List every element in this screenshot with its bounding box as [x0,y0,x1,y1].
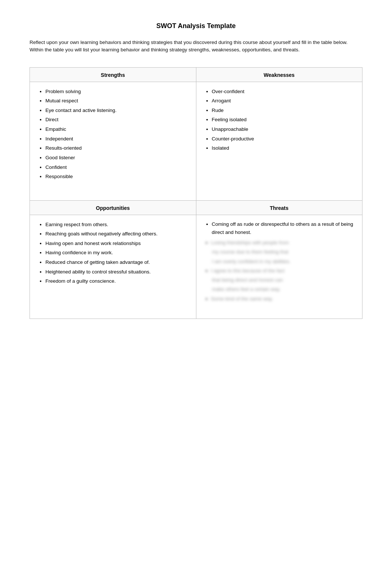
list-item: Empathic [45,125,189,134]
list-item: Earning respect from others. [45,220,189,229]
list-item: Arrogant [212,96,355,105]
list-item: Independent [45,135,189,143]
list-item: Problem solving [45,87,189,96]
list-item: Heightened ability to control stressful … [45,268,189,276]
threats-cell: Threats Coming off as rude or disrespect… [196,200,362,319]
swot-table: Strengths Problem solving Mutual respect… [30,67,362,319]
list-item: Responsible [45,172,189,181]
strengths-list: Problem solving Mutual respect Eye conta… [39,87,189,181]
list-item: Rude [212,106,355,115]
opportunities-list: Earning respect from others. Reaching go… [39,220,189,286]
list-item: Over-confident [212,87,355,96]
blurred-line: make others feel a certain way. [205,285,355,293]
list-item: Isolated [212,144,355,153]
weaknesses-cell: Weaknesses Over-confident Arrogant Rude … [196,67,362,200]
blurred-line: that being direct and honest can [205,276,355,284]
blurred-line: my course due to them feeling that [205,248,355,256]
threats-visible-item: Coming off as rude or disrespectful to o… [212,220,355,237]
list-item: Good listener [45,153,189,162]
list-item: Freedom of a guilty conscience. [45,277,189,286]
weaknesses-header: Weaknesses [196,68,362,82]
opportunities-header: Opportunities [30,201,196,215]
list-item: Counter-productive [212,135,355,143]
blurred-line: ● Some kind of the same way. [205,295,355,303]
opportunities-cell: Opportunities Earning respect from other… [30,200,196,319]
opportunities-content: Earning respect from others. Reaching go… [30,215,196,319]
threats-header: Threats [196,201,362,215]
strengths-content: Problem solving Mutual respect Eye conta… [30,82,196,200]
list-item: Confident [45,163,189,172]
blurred-line: I am overly confident in my abilities. [205,258,355,266]
threats-list: Coming off as rude or disrespectful to o… [205,220,355,237]
page-title: SWOT Analysis Template [30,22,362,30]
list-item: Unapproachable [212,125,355,134]
strengths-cell: Strengths Problem solving Mutual respect… [30,67,196,200]
strengths-header: Strengths [30,68,196,82]
list-item: Mutual respect [45,96,189,105]
list-item: Having confidence in my work. [45,248,189,257]
list-item: Reduced chance of getting taken advantag… [45,258,189,267]
list-item: Reaching goals without negatively affect… [45,229,189,238]
list-item: Feeling isolated [212,115,355,124]
blurred-line: ● Losing friendships with people from [205,239,355,247]
threats-blurred-block: ● Losing friendships with people from my… [205,239,355,303]
weaknesses-list: Over-confident Arrogant Rude Feeling iso… [205,87,355,153]
weaknesses-content: Over-confident Arrogant Rude Feeling iso… [196,82,362,200]
list-item: Direct [45,115,189,124]
list-item: Eye contact and active listening. [45,106,189,115]
threats-content: Coming off as rude or disrespectful to o… [196,215,362,319]
list-item: Results-oriented [45,144,189,153]
blurred-line: ● I agree to this because of the fact [205,267,355,275]
intro-paragraph: Reflect upon your own learning behaviors… [30,39,362,54]
list-item: Having open and honest work relationship… [45,239,189,248]
